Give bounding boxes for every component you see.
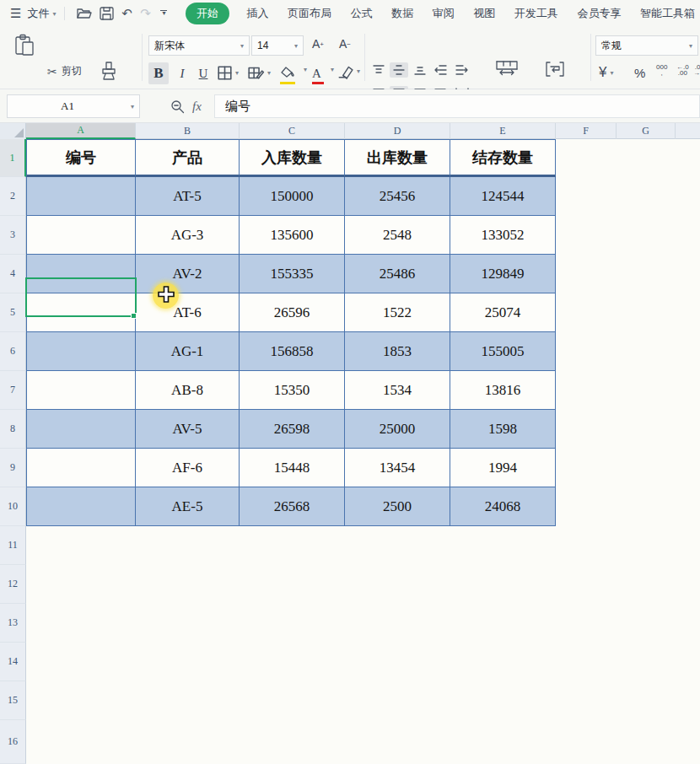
row-header-10[interactable]: 10 xyxy=(0,487,26,526)
hamburger-icon[interactable]: ☰ xyxy=(10,6,21,21)
column-header-B[interactable]: B xyxy=(136,123,240,139)
header-cell[interactable]: 编号 xyxy=(26,139,136,177)
paste-button[interactable] xyxy=(13,34,35,57)
data-cell[interactable]: 155335 xyxy=(240,255,345,293)
data-cell[interactable]: 24068 xyxy=(450,487,556,526)
data-cell[interactable]: AT-6 xyxy=(136,293,240,332)
grow-font-button[interactable]: A+ xyxy=(312,37,324,51)
merge-center-icon-btn[interactable] xyxy=(496,61,518,78)
ribbon-tab-会员专享[interactable]: 会员专享 xyxy=(575,3,622,24)
increase-indent-button[interactable] xyxy=(452,62,471,78)
underline-button[interactable]: U xyxy=(194,62,213,84)
data-cell[interactable] xyxy=(26,487,136,526)
font-name-select[interactable]: 新宋体 ▾ xyxy=(148,35,250,56)
data-cell[interactable]: 26596 xyxy=(240,293,345,332)
data-cell[interactable]: 156858 xyxy=(240,332,345,371)
data-cell[interactable]: 26568 xyxy=(240,487,345,526)
data-cell[interactable]: 25000 xyxy=(345,410,450,449)
fill-color-button[interactable] xyxy=(278,62,299,84)
row-header-2[interactable]: 2 xyxy=(0,177,26,216)
row-header-14[interactable]: 14 xyxy=(0,643,26,681)
number-format-select[interactable]: 常规 ▾ xyxy=(595,35,698,56)
font-color-caret[interactable]: ▾ xyxy=(327,66,334,73)
fill-color-caret[interactable]: ▾ xyxy=(300,66,307,73)
data-cell[interactable]: AG-1 xyxy=(136,332,240,371)
ribbon-tab-公式[interactable]: 公式 xyxy=(349,3,374,24)
data-cell[interactable]: AF-6 xyxy=(136,449,240,487)
row-header-8[interactable]: 8 xyxy=(0,410,26,449)
ribbon-tab-审阅[interactable]: 审阅 xyxy=(431,3,456,24)
row-header-1[interactable]: 1 xyxy=(0,139,26,177)
column-header-D[interactable]: D xyxy=(345,123,450,139)
column-header-F[interactable]: F xyxy=(556,123,617,139)
fx-icon[interactable]: fx xyxy=(192,100,202,114)
data-cell[interactable]: 25456 xyxy=(345,177,450,216)
data-cell[interactable]: 15448 xyxy=(240,449,345,487)
data-cell[interactable] xyxy=(26,177,136,216)
cut-button[interactable]: ✂ 剪切 xyxy=(47,64,82,78)
save-button[interactable] xyxy=(97,4,116,23)
row-header-16[interactable]: 16 xyxy=(0,720,26,764)
row-header-6[interactable]: 6 xyxy=(0,332,26,371)
ribbon-tab-数据[interactable]: 数据 xyxy=(390,3,415,24)
header-cell[interactable]: 出库数量 xyxy=(345,139,450,177)
ribbon-tab-视图[interactable]: 视图 xyxy=(471,3,497,24)
data-cell[interactable]: 124544 xyxy=(450,177,556,216)
header-cell[interactable]: 产品 xyxy=(136,139,240,177)
undo-button[interactable]: ↶ xyxy=(117,6,136,21)
align-top-button[interactable] xyxy=(369,62,388,78)
customize-toolbar-button[interactable]: ▾ xyxy=(156,10,171,18)
header-cell[interactable]: 入库数量 xyxy=(240,139,345,177)
data-cell[interactable] xyxy=(26,216,136,255)
data-cell[interactable]: 1994 xyxy=(450,449,556,487)
percent-button[interactable]: % xyxy=(634,66,645,80)
align-bottom-button[interactable] xyxy=(411,62,429,78)
italic-button[interactable]: I xyxy=(174,62,191,84)
header-cell[interactable]: 结存数量 xyxy=(450,139,556,177)
draw-border-button[interactable]: ▾ xyxy=(248,66,271,80)
data-cell[interactable] xyxy=(26,293,136,332)
data-cell[interactable]: AE-5 xyxy=(136,487,240,526)
data-cell[interactable] xyxy=(26,255,136,293)
data-cell[interactable]: AV-5 xyxy=(136,410,240,449)
column-header-E[interactable]: E xyxy=(450,123,556,139)
data-cell[interactable]: 13816 xyxy=(450,371,556,410)
data-cell[interactable]: 1522 xyxy=(345,293,450,332)
data-cell[interactable]: 150000 xyxy=(240,177,345,216)
decrease-decimal-button[interactable]: ←.0 .00 xyxy=(676,64,689,76)
data-cell[interactable]: 13454 xyxy=(345,449,450,487)
ribbon-tab-开始[interactable]: 开始 xyxy=(186,3,229,24)
ribbon-tab-智能工具箱[interactable]: 智能工具箱 xyxy=(638,3,697,24)
row-header-3[interactable]: 3 xyxy=(0,216,26,255)
shrink-font-button[interactable]: A− xyxy=(339,37,351,51)
row-header-4[interactable]: 4 xyxy=(0,255,26,293)
row-header-12[interactable]: 12 xyxy=(0,565,26,604)
data-cell[interactable]: 2548 xyxy=(345,216,450,255)
data-cell[interactable]: 1853 xyxy=(345,332,450,371)
data-cell[interactable]: 155005 xyxy=(450,332,556,371)
column-header-G[interactable]: G xyxy=(617,123,676,139)
file-caret-icon[interactable]: ▾ xyxy=(52,10,56,18)
data-cell[interactable]: AV-2 xyxy=(136,255,240,293)
font-color-button[interactable]: A xyxy=(310,62,326,84)
data-cell[interactable]: 133052 xyxy=(450,216,556,255)
ribbon-tab-开发工具[interactable]: 开发工具 xyxy=(513,3,560,24)
data-cell[interactable]: AG-3 xyxy=(136,216,240,255)
name-box[interactable]: A1 ▾ xyxy=(7,94,140,118)
thousands-separator-button[interactable]: 000 , xyxy=(656,64,667,76)
fill-handle[interactable] xyxy=(131,313,137,319)
data-cell[interactable]: 135600 xyxy=(240,216,345,255)
currency-button[interactable]: ¥ ▾ xyxy=(599,64,613,81)
row-header-5[interactable]: 5 xyxy=(0,293,26,332)
data-cell[interactable]: 1534 xyxy=(345,371,450,410)
row-header-11[interactable]: 11 xyxy=(0,526,26,565)
format-painter-button[interactable] xyxy=(98,61,120,84)
borders-button[interactable]: ▾ xyxy=(218,66,239,80)
row-header-15[interactable]: 15 xyxy=(0,681,26,720)
data-cell[interactable] xyxy=(26,371,136,410)
data-cell[interactable]: 25074 xyxy=(450,293,556,332)
data-cell[interactable]: 129849 xyxy=(450,255,556,293)
data-cell[interactable]: AB-8 xyxy=(136,371,240,410)
zoom-out-button[interactable] xyxy=(170,100,185,117)
file-menu[interactable]: 文件 xyxy=(27,6,49,21)
